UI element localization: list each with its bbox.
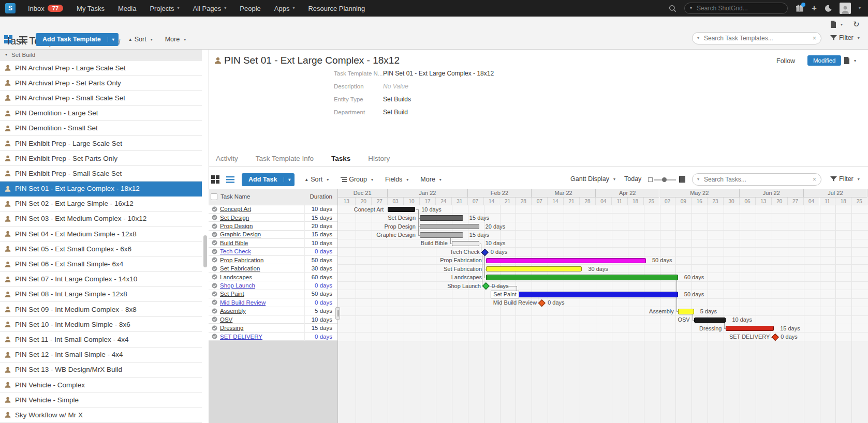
task-name-link[interactable]: Set Design <box>220 215 249 221</box>
tab-activity[interactable]: Activity <box>216 155 238 162</box>
sidebar-item-pin-set-07-int-large-complex-14x10[interactable]: PIN Set 07 - Int Large Complex - 14x10 <box>0 272 202 287</box>
task-name-link[interactable]: SET DELIVERY <box>220 334 262 340</box>
thumbnail-view-icon[interactable] <box>4 35 12 43</box>
tasks-sort-control[interactable]: ▲ Sort ▾ <box>304 176 329 183</box>
task-status-icon[interactable] <box>212 240 217 246</box>
status-badge[interactable]: Modified <box>807 55 841 66</box>
task-status-icon[interactable] <box>212 257 217 263</box>
task-duration[interactable]: 15 days <box>312 215 332 221</box>
task-status-icon[interactable] <box>212 334 217 339</box>
table-row-concept-art[interactable]: Concept Art10 days <box>209 205 337 214</box>
detail-doc-icon[interactable] <box>844 57 850 64</box>
task-duration[interactable]: 0 days <box>315 334 332 340</box>
sidebar-item-pin-archival-prep-large-scale-set[interactable]: PIN Archival Prep - Large Scale Set <box>0 61 202 75</box>
more-control[interactable]: More ▾ <box>165 36 186 43</box>
gantt-bar-set-fabrication[interactable] <box>486 266 582 271</box>
filter-control[interactable]: Filter ▾ <box>839 34 860 41</box>
column-header-task-name[interactable]: Task Name <box>220 193 251 200</box>
sidebar-group-header[interactable]: ▾ Set Build <box>0 50 202 61</box>
field-value[interactable]: No Value <box>383 83 408 90</box>
task-status-icon[interactable] <box>212 266 217 271</box>
nav-item-media[interactable]: Media <box>118 5 136 12</box>
page-doc-icon[interactable] <box>830 21 836 28</box>
splitter-handle-icon[interactable] <box>335 307 340 320</box>
nav-item-projects[interactable]: Projects▾ <box>150 5 179 12</box>
clear-search-icon[interactable]: × <box>813 35 816 42</box>
task-status-icon[interactable] <box>212 291 217 297</box>
zoom-out-icon[interactable] <box>648 177 653 182</box>
add-task-template-button[interactable]: Add Task Template ▾ <box>36 33 119 46</box>
sidebar-item-pin-vehicle-complex[interactable]: PIN Vehicle - Complex <box>0 377 202 392</box>
tasks-list-view-icon[interactable] <box>226 176 234 183</box>
avatar[interactable] <box>840 3 851 14</box>
gantt-milestone-set-delivery[interactable] <box>772 334 779 341</box>
task-name-link[interactable]: Graphic Design <box>220 231 261 237</box>
nav-item-all-pages[interactable]: All Pages▾ <box>193 5 226 12</box>
today-button[interactable]: Today <box>624 175 641 183</box>
task-status-icon[interactable] <box>212 232 217 237</box>
add-task-template-chevron-icon[interactable]: ▾ <box>108 37 119 42</box>
follow-button[interactable]: Follow <box>776 57 795 65</box>
search-tasks-input[interactable] <box>703 175 798 184</box>
gantt-bar-landscapes[interactable] <box>486 275 678 280</box>
gantt-zoom-slider-knob[interactable] <box>662 177 667 182</box>
sidebar-item-pin-set-06-ext-small-simple-6x4[interactable]: PIN Set 06 - Ext Small Simple- 6x4 <box>0 256 202 271</box>
sidebar-item-pin-demolition-small-set[interactable]: PIN Demolition - Small Set <box>0 121 202 136</box>
table-row-build-bible[interactable]: Build Bible10 days <box>209 239 337 247</box>
task-name-link[interactable]: OSV <box>220 316 232 323</box>
gantt-bar-dressing[interactable] <box>726 326 774 331</box>
sort-control[interactable]: ▲ Sort ▾ <box>128 36 153 43</box>
table-gantt-splitter[interactable] <box>337 189 338 423</box>
search-icon[interactable] <box>669 5 676 12</box>
gantt-milestone-tech-check[interactable] <box>481 249 489 256</box>
search-tasks-box[interactable]: ▾ × <box>692 173 821 186</box>
sidebar-item-pin-set-09-int-medium-complex-8x8[interactable]: PIN Set 09 - Int Medium Complex - 8x8 <box>0 302 202 317</box>
sidebar-scrollbar[interactable] <box>202 50 209 423</box>
plus-icon[interactable]: + <box>812 3 817 13</box>
search-task-templates-input[interactable] <box>703 34 798 42</box>
group-collapse-chevron-icon[interactable]: ▾ <box>5 53 7 57</box>
gantt-bar-prop-design[interactable] <box>420 224 479 229</box>
tasks-group-control[interactable]: Group ▾ <box>341 176 373 183</box>
nav-item-people[interactable]: People <box>240 5 260 12</box>
detail-doc-chevron-icon[interactable]: ▾ <box>854 59 856 63</box>
refresh-icon[interactable]: ↻ <box>853 20 860 29</box>
list-view-icon[interactable] <box>19 36 27 43</box>
search-task-templates-box[interactable]: ▾ × <box>692 32 821 44</box>
table-row-assembly[interactable]: Assembly5 days <box>209 307 337 315</box>
task-status-icon[interactable] <box>212 283 217 289</box>
gantt-bar-osv[interactable] <box>694 318 726 323</box>
task-duration[interactable]: 5 days <box>315 308 332 314</box>
filter-funnel-icon[interactable] <box>830 35 837 41</box>
task-name-link[interactable]: Set Fabrication <box>220 265 260 271</box>
tasks-clear-search-icon[interactable]: × <box>813 176 816 183</box>
table-row-graphic-design[interactable]: Graphic Design15 days <box>209 231 337 239</box>
gantt-bar-build-bible[interactable] <box>452 241 479 246</box>
sidebar-item-sky-workflow-w-mr-x[interactable]: Sky Workflow w/ Mr X <box>0 407 202 422</box>
sidebar-item-pin-demolition-large-set[interactable]: PIN Demolition - Large Set <box>0 106 202 121</box>
tab-history[interactable]: History <box>368 155 390 162</box>
task-name-link[interactable]: Mid Build Review <box>220 299 266 306</box>
task-duration[interactable]: 10 days <box>312 206 332 212</box>
gantt-milestone-mid-build-review[interactable] <box>538 299 546 307</box>
task-status-icon[interactable] <box>212 316 217 322</box>
zoom-in-icon[interactable] <box>679 176 685 183</box>
task-name-link[interactable]: Build Bible <box>220 240 248 246</box>
table-row-landscapes[interactable]: Landscapes60 days <box>209 273 337 281</box>
task-duration[interactable]: 15 days <box>312 325 332 331</box>
table-row-osv[interactable]: OSV10 days <box>209 315 337 324</box>
nav-item-resource-planning[interactable]: Resource Planning <box>308 5 365 12</box>
task-name-link[interactable]: Set Paint <box>220 291 244 297</box>
column-header-duration[interactable]: Duration <box>310 193 332 200</box>
task-duration[interactable]: 50 days <box>312 257 332 263</box>
chevron-down-icon[interactable]: ▾ <box>690 6 692 10</box>
task-name-link[interactable]: Dressing <box>220 325 243 331</box>
tasks-search-scope-chevron-icon[interactable]: ▾ <box>697 177 699 182</box>
sidebar-item-pin-archival-prep-small-scale-set[interactable]: PIN Archival Prep - Small Scale Set <box>0 90 202 105</box>
sidebar-item-pin-vehicle-simple[interactable]: PIN Vehicle - Simple <box>0 392 202 407</box>
search-scope-chevron-icon[interactable]: ▾ <box>697 36 699 40</box>
task-duration[interactable]: 60 days <box>312 274 332 280</box>
task-name-link[interactable]: Assembly <box>220 308 246 314</box>
gantt-bar-graphic-design[interactable] <box>420 232 463 237</box>
tab-tasks[interactable]: Tasks <box>331 155 350 162</box>
